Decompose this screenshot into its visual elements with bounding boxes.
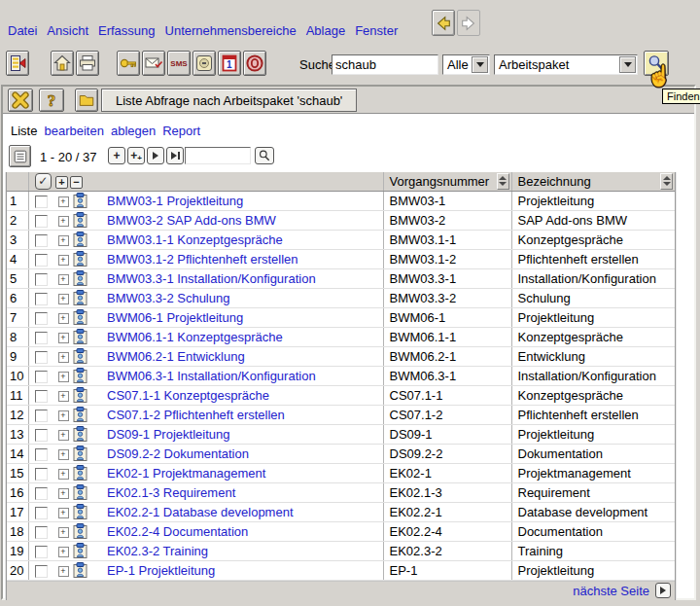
- archive-button[interactable]: [192, 51, 216, 76]
- row-checkbox[interactable]: [35, 448, 48, 461]
- expand-button[interactable]: [58, 488, 69, 499]
- column-header-vorgangsnummer[interactable]: Vorgangsnummer: [390, 174, 490, 189]
- workpackage-link[interactable]: CS07.1-1 Konzeptgespräche: [98, 388, 269, 403]
- expand-all-button[interactable]: +: [55, 176, 68, 189]
- workpackage-link[interactable]: BMW03.3-1 Installation/Konfiguration: [98, 271, 316, 286]
- workpackage-link[interactable]: BMW03.3-2 Schulung: [98, 291, 229, 305]
- row-checkbox[interactable]: [35, 371, 48, 383]
- row-checkbox[interactable]: [35, 273, 48, 286]
- row-checkbox[interactable]: [35, 196, 48, 208]
- expand-button[interactable]: [58, 294, 69, 304]
- expand-button[interactable]: [58, 566, 69, 577]
- bearbeiten-link[interactable]: bearbeiten: [44, 124, 103, 138]
- menu-item-fenster[interactable]: Fenster: [355, 23, 398, 38]
- row-checkbox[interactable]: [35, 565, 48, 578]
- row-checkbox[interactable]: [35, 254, 48, 267]
- chevron-down-icon[interactable]: [472, 56, 488, 73]
- add-button[interactable]: +: [108, 147, 125, 164]
- row-checkbox[interactable]: [35, 293, 48, 305]
- last-page-button[interactable]: [166, 147, 184, 164]
- column-header-bezeichnung[interactable]: Bezeichnung: [518, 174, 591, 189]
- expand-button[interactable]: [58, 508, 69, 518]
- expand-button[interactable]: [58, 527, 69, 538]
- expand-button[interactable]: [58, 196, 69, 207]
- row-checkbox[interactable]: [35, 468, 48, 481]
- chevron-down-icon[interactable]: [619, 56, 636, 73]
- help-button[interactable]: ?: [39, 89, 64, 112]
- expand-button[interactable]: [58, 333, 69, 343]
- expand-button[interactable]: [58, 547, 69, 557]
- mail-button[interactable]: [142, 51, 165, 76]
- sms-button[interactable]: SMS: [167, 51, 191, 76]
- workpackage-link[interactable]: BMW03.1-1 Konzeptgespräche: [98, 232, 283, 247]
- workpackage-link[interactable]: DS09.2-2 Dokumentation: [98, 446, 249, 461]
- workpackage-link[interactable]: BWM06.2-1 Entwicklung: [98, 349, 245, 364]
- row-checkbox[interactable]: [35, 526, 48, 539]
- row-checkbox[interactable]: [35, 312, 48, 325]
- list-view-button[interactable]: [9, 145, 31, 167]
- scope-select[interactable]: Alle: [442, 54, 490, 75]
- back-button[interactable]: [432, 10, 455, 36]
- power-button[interactable]: [243, 51, 266, 76]
- expand-button[interactable]: [58, 469, 69, 480]
- workpackage-link[interactable]: BMW03-1 Projektleitung: [98, 194, 243, 208]
- expand-button[interactable]: [58, 235, 69, 246]
- add-multiple-button[interactable]: ++: [127, 147, 145, 164]
- next-page-link[interactable]: nächste Seite: [573, 584, 649, 598]
- expand-button[interactable]: [58, 410, 69, 421]
- expand-button[interactable]: [58, 313, 69, 324]
- quick-filter-input[interactable]: [185, 147, 251, 164]
- row-checkbox[interactable]: [35, 332, 48, 344]
- print-button[interactable]: [76, 51, 99, 76]
- quick-search-button[interactable]: [255, 147, 274, 164]
- ablegen-link[interactable]: ablegen: [111, 124, 156, 138]
- sort-icon[interactable]: [497, 173, 509, 190]
- row-checkbox[interactable]: [35, 390, 48, 403]
- next-page-button-top[interactable]: [147, 147, 164, 164]
- row-checkbox[interactable]: [35, 410, 48, 422]
- expand-button[interactable]: [58, 391, 69, 402]
- key-button[interactable]: [117, 51, 140, 76]
- workpackage-link[interactable]: EK02.2-4 Documentation: [98, 524, 248, 539]
- report-link[interactable]: Report: [162, 124, 200, 138]
- next-page-button[interactable]: [655, 583, 671, 598]
- close-button[interactable]: [8, 89, 33, 112]
- select-all-checkbox[interactable]: [35, 173, 52, 190]
- sort-icon[interactable]: [660, 173, 673, 190]
- menu-item-unternehmensbereiche[interactable]: Unternehmensbereiche: [165, 23, 297, 38]
- row-checkbox[interactable]: [35, 487, 48, 500]
- category-select[interactable]: Arbeitspaket: [494, 54, 638, 75]
- collapse-all-button[interactable]: −: [70, 176, 83, 189]
- workpackage-link[interactable]: BMW03-2 SAP Add-ons BMW: [98, 213, 276, 228]
- expand-button[interactable]: [58, 372, 69, 382]
- workpackage-link[interactable]: BWM06-1 Projektleitung: [98, 310, 243, 325]
- search-input[interactable]: [332, 54, 438, 75]
- folder-button[interactable]: [75, 89, 98, 112]
- home-button[interactable]: [51, 51, 74, 76]
- workpackage-link[interactable]: CS07.1-2 Pflichtenheft erstellen: [98, 408, 285, 422]
- menu-item-datei[interactable]: Datei: [8, 23, 37, 38]
- row-checkbox[interactable]: [35, 546, 48, 558]
- expand-button[interactable]: [58, 255, 69, 266]
- menu-item-erfassung[interactable]: Erfassung: [98, 23, 156, 38]
- workpackage-link[interactable]: BWM06.1-1 Konzeptgespräche: [98, 330, 283, 344]
- expand-button[interactable]: [58, 430, 69, 441]
- row-checkbox[interactable]: [35, 215, 48, 228]
- expand-button[interactable]: [58, 449, 69, 460]
- expand-button[interactable]: [58, 216, 69, 227]
- forward-button[interactable]: [457, 10, 480, 36]
- calendar-button[interactable]: 1: [218, 51, 241, 76]
- row-checkbox[interactable]: [35, 351, 48, 364]
- row-checkbox[interactable]: [35, 429, 48, 442]
- menu-item-ansicht[interactable]: Ansicht: [47, 23, 88, 38]
- workpackage-link[interactable]: EP-1 Projektleitung: [98, 563, 215, 578]
- workpackage-link[interactable]: EK02.1-3 Requirement: [98, 485, 235, 500]
- row-checkbox[interactable]: [35, 507, 48, 519]
- nav-list-button[interactable]: [6, 51, 29, 76]
- workpackage-link[interactable]: BMW03.1-2 Pflichtenheft erstellen: [98, 252, 298, 267]
- workpackage-link[interactable]: EK02-1 Projektmanagement: [98, 466, 265, 481]
- workpackage-link[interactable]: DS09-1 Projektleitung: [98, 427, 229, 442]
- expand-button[interactable]: [58, 352, 69, 363]
- expand-button[interactable]: [58, 274, 69, 285]
- menu-item-ablage[interactable]: Ablage: [306, 23, 345, 38]
